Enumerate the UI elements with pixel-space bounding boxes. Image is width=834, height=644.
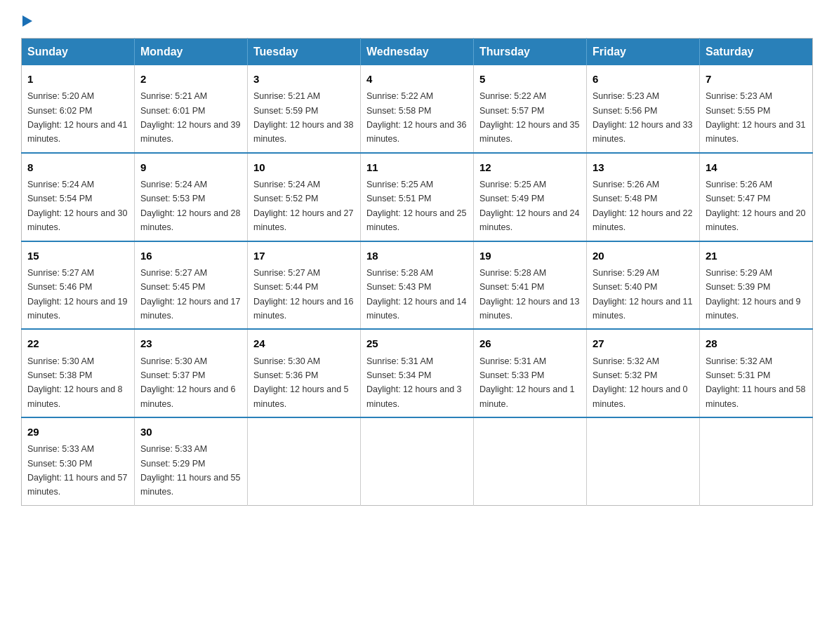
- day-info: Sunrise: 5:28 AMSunset: 5:41 PMDaylight:…: [479, 268, 579, 321]
- day-number: 18: [366, 248, 468, 264]
- day-number: 2: [140, 71, 241, 87]
- day-info: Sunrise: 5:21 AMSunset: 6:01 PMDaylight:…: [140, 91, 240, 144]
- calendar-cell: 7 Sunrise: 5:23 AMSunset: 5:55 PMDayligh…: [700, 65, 813, 153]
- day-number: 27: [593, 335, 694, 351]
- calendar-cell: [248, 417, 361, 505]
- day-number: 16: [140, 248, 241, 264]
- weekday-header-saturday: Saturday: [700, 39, 813, 66]
- day-info: Sunrise: 5:23 AMSunset: 5:56 PMDaylight:…: [593, 91, 692, 144]
- calendar-cell: 16 Sunrise: 5:27 AMSunset: 5:45 PMDaylig…: [135, 241, 248, 330]
- day-info: Sunrise: 5:20 AMSunset: 6:02 PMDaylight:…: [27, 91, 127, 144]
- calendar-cell: 25 Sunrise: 5:31 AMSunset: 5:34 PMDaylig…: [361, 329, 474, 417]
- day-info: Sunrise: 5:21 AMSunset: 5:59 PMDaylight:…: [253, 91, 353, 144]
- day-number: 3: [253, 71, 355, 87]
- day-info: Sunrise: 5:33 AMSunset: 5:29 PMDaylight:…: [140, 444, 240, 497]
- calendar-cell: 6 Sunrise: 5:23 AMSunset: 5:56 PMDayligh…: [587, 65, 700, 153]
- day-info: Sunrise: 5:30 AMSunset: 5:38 PMDaylight:…: [27, 356, 123, 409]
- calendar-cell: 3 Sunrise: 5:21 AMSunset: 5:59 PMDayligh…: [248, 65, 361, 153]
- day-info: Sunrise: 5:24 AMSunset: 5:52 PMDaylight:…: [253, 180, 353, 232]
- day-info: Sunrise: 5:24 AMSunset: 5:54 PMDaylight:…: [27, 180, 127, 232]
- day-info: Sunrise: 5:27 AMSunset: 5:44 PMDaylight:…: [253, 268, 353, 321]
- day-number: 29: [27, 424, 128, 440]
- calendar-cell: 10 Sunrise: 5:24 AMSunset: 5:52 PMDaylig…: [248, 153, 361, 241]
- weekday-header-sunday: Sunday: [22, 39, 135, 66]
- calendar-cell: 17 Sunrise: 5:27 AMSunset: 5:44 PMDaylig…: [248, 241, 361, 330]
- weekday-header-friday: Friday: [587, 39, 700, 66]
- day-info: Sunrise: 5:29 AMSunset: 5:40 PMDaylight:…: [593, 268, 692, 321]
- calendar-cell: [700, 417, 813, 505]
- weekday-header-wednesday: Wednesday: [361, 39, 474, 66]
- calendar-cell: 15 Sunrise: 5:27 AMSunset: 5:46 PMDaylig…: [22, 241, 135, 330]
- weekday-header-tuesday: Tuesday: [248, 39, 361, 66]
- day-info: Sunrise: 5:31 AMSunset: 5:34 PMDaylight:…: [366, 356, 462, 409]
- calendar-cell: 2 Sunrise: 5:21 AMSunset: 6:01 PMDayligh…: [135, 65, 248, 153]
- calendar-week-row: 29 Sunrise: 5:33 AMSunset: 5:30 PMDaylig…: [22, 417, 813, 505]
- calendar-cell: [474, 417, 587, 505]
- calendar-cell: 26 Sunrise: 5:31 AMSunset: 5:33 PMDaylig…: [474, 329, 587, 417]
- calendar-cell: 20 Sunrise: 5:29 AMSunset: 5:40 PMDaylig…: [587, 241, 700, 330]
- day-info: Sunrise: 5:27 AMSunset: 5:46 PMDaylight:…: [27, 268, 127, 321]
- day-number: 30: [140, 424, 241, 440]
- weekday-header-thursday: Thursday: [474, 39, 587, 66]
- calendar-week-row: 8 Sunrise: 5:24 AMSunset: 5:54 PMDayligh…: [22, 153, 813, 241]
- day-info: Sunrise: 5:23 AMSunset: 5:55 PMDaylight:…: [706, 91, 805, 144]
- calendar-cell: 23 Sunrise: 5:30 AMSunset: 5:37 PMDaylig…: [135, 329, 248, 417]
- calendar-cell: [587, 417, 700, 505]
- day-number: 22: [27, 335, 128, 351]
- day-number: 13: [593, 159, 694, 175]
- calendar-cell: 22 Sunrise: 5:30 AMSunset: 5:38 PMDaylig…: [22, 329, 135, 417]
- day-info: Sunrise: 5:32 AMSunset: 5:32 PMDaylight:…: [593, 356, 688, 409]
- day-number: 25: [366, 335, 468, 351]
- day-number: 11: [366, 159, 468, 175]
- day-number: 6: [593, 71, 694, 87]
- day-number: 4: [366, 71, 468, 87]
- weekday-header-row: SundayMondayTuesdayWednesdayThursdayFrid…: [22, 39, 813, 66]
- day-number: 15: [27, 248, 128, 264]
- day-number: 23: [140, 335, 241, 351]
- day-info: Sunrise: 5:33 AMSunset: 5:30 PMDaylight:…: [27, 444, 127, 497]
- day-number: 1: [27, 71, 128, 87]
- calendar-cell: 27 Sunrise: 5:32 AMSunset: 5:32 PMDaylig…: [587, 329, 700, 417]
- day-number: 9: [140, 159, 241, 175]
- calendar-cell: 21 Sunrise: 5:29 AMSunset: 5:39 PMDaylig…: [700, 241, 813, 330]
- day-info: Sunrise: 5:27 AMSunset: 5:45 PMDaylight:…: [140, 268, 240, 321]
- calendar-cell: 9 Sunrise: 5:24 AMSunset: 5:53 PMDayligh…: [135, 153, 248, 241]
- calendar-cell: 18 Sunrise: 5:28 AMSunset: 5:43 PMDaylig…: [361, 241, 474, 330]
- calendar-cell: 11 Sunrise: 5:25 AMSunset: 5:51 PMDaylig…: [361, 153, 474, 241]
- day-info: Sunrise: 5:32 AMSunset: 5:31 PMDaylight:…: [706, 356, 805, 409]
- day-info: Sunrise: 5:25 AMSunset: 5:51 PMDaylight:…: [366, 180, 466, 232]
- day-info: Sunrise: 5:26 AMSunset: 5:48 PMDaylight:…: [593, 180, 692, 232]
- calendar-cell: 8 Sunrise: 5:24 AMSunset: 5:54 PMDayligh…: [22, 153, 135, 241]
- calendar-table: SundayMondayTuesdayWednesdayThursdayFrid…: [21, 38, 813, 506]
- day-number: 7: [706, 71, 807, 87]
- day-number: 20: [593, 248, 694, 264]
- day-number: 12: [479, 159, 581, 175]
- logo: [21, 14, 32, 24]
- calendar-cell: 19 Sunrise: 5:28 AMSunset: 5:41 PMDaylig…: [474, 241, 587, 330]
- calendar-week-row: 15 Sunrise: 5:27 AMSunset: 5:46 PMDaylig…: [22, 241, 813, 330]
- day-info: Sunrise: 5:22 AMSunset: 5:58 PMDaylight:…: [366, 91, 466, 144]
- day-info: Sunrise: 5:24 AMSunset: 5:53 PMDaylight:…: [140, 180, 240, 232]
- weekday-header-monday: Monday: [135, 39, 248, 66]
- day-info: Sunrise: 5:22 AMSunset: 5:57 PMDaylight:…: [479, 91, 579, 144]
- day-info: Sunrise: 5:31 AMSunset: 5:33 PMDaylight:…: [479, 356, 575, 409]
- calendar-cell: 14 Sunrise: 5:26 AMSunset: 5:47 PMDaylig…: [700, 153, 813, 241]
- day-number: 24: [253, 335, 355, 351]
- day-number: 8: [27, 159, 128, 175]
- day-number: 19: [479, 248, 581, 264]
- calendar-cell: 1 Sunrise: 5:20 AMSunset: 6:02 PMDayligh…: [22, 65, 135, 153]
- day-number: 26: [479, 335, 581, 351]
- day-info: Sunrise: 5:25 AMSunset: 5:49 PMDaylight:…: [479, 180, 579, 232]
- day-info: Sunrise: 5:29 AMSunset: 5:39 PMDaylight:…: [706, 268, 801, 321]
- day-info: Sunrise: 5:28 AMSunset: 5:43 PMDaylight:…: [366, 268, 466, 321]
- day-info: Sunrise: 5:30 AMSunset: 5:36 PMDaylight:…: [253, 356, 349, 409]
- day-number: 21: [706, 248, 807, 264]
- logo-triangle-icon: [22, 15, 32, 27]
- calendar-week-row: 1 Sunrise: 5:20 AMSunset: 6:02 PMDayligh…: [22, 65, 813, 153]
- calendar-cell: 30 Sunrise: 5:33 AMSunset: 5:29 PMDaylig…: [135, 417, 248, 505]
- day-number: 5: [479, 71, 581, 87]
- calendar-cell: [361, 417, 474, 505]
- day-number: 10: [253, 159, 355, 175]
- day-info: Sunrise: 5:30 AMSunset: 5:37 PMDaylight:…: [140, 356, 236, 409]
- calendar-cell: 4 Sunrise: 5:22 AMSunset: 5:58 PMDayligh…: [361, 65, 474, 153]
